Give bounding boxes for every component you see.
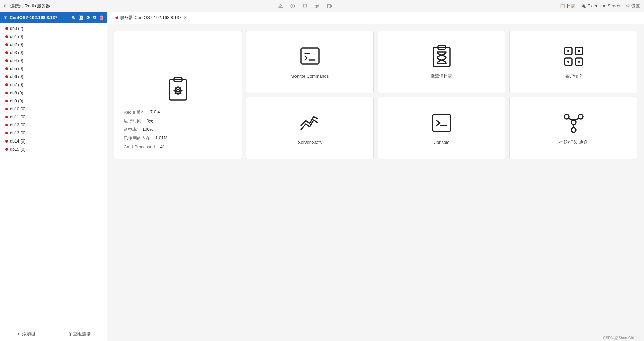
log-button[interactable]: 📋 日志 <box>560 3 575 9</box>
db-dot <box>5 51 8 54</box>
db-item-db9[interactable]: db9 (0) <box>0 97 107 105</box>
add-group-icon: ＋ <box>16 331 21 337</box>
server-config-icon <box>165 76 192 103</box>
db-dot <box>5 27 8 30</box>
title-bar-center <box>278 3 332 9</box>
server-name[interactable]: CentOS7-192.168.8.137 <box>10 15 57 20</box>
svg-point-29 <box>578 61 580 63</box>
db-label: db14 (0) <box>10 139 26 144</box>
info-label: Cmd Processed <box>124 144 155 149</box>
svg-point-26 <box>567 50 569 52</box>
db-item-db1[interactable]: db1 (0) <box>0 33 107 41</box>
warning-icon[interactable] <box>278 3 283 9</box>
db-label: db7 (0) <box>10 82 23 87</box>
reconnect-icon: ⇅ <box>68 332 72 337</box>
svg-line-14 <box>180 93 181 93</box>
info-value: 41 <box>160 144 165 149</box>
console-label: Console <box>434 140 450 145</box>
dashboard: Redis 版本 7.0.4 运行时间 0天 命中率 100% 已使用的内存 1… <box>107 24 644 334</box>
db-item-db11[interactable]: db11 (0) <box>0 113 107 121</box>
server-expand-icon[interactable]: ▼ <box>3 15 8 20</box>
db-item-db0[interactable]: db0 (2) <box>0 24 107 33</box>
db-dot <box>5 100 8 102</box>
add-group-label: 添加组 <box>22 331 35 337</box>
dashboard-grid: Redis 版本 7.0.4 运行时间 0天 命中率 100% 已使用的内存 1… <box>114 31 637 159</box>
client2-icon <box>562 45 585 69</box>
db-item-db6[interactable]: db6 (0) <box>0 73 107 81</box>
db-dot <box>5 43 8 46</box>
reconnect-button[interactable]: ⇅ 重组连接 <box>65 330 93 338</box>
copy-icon[interactable]: ⧉ <box>93 15 96 20</box>
db-item-db13[interactable]: db13 (0) <box>0 129 107 137</box>
sidebar-footer: ＋ 添加组 ⇅ 重组连接 <box>0 327 107 341</box>
server-stats-card[interactable]: Server Stats <box>246 97 374 159</box>
footer-credit: CSDN @Shen-Childe <box>603 336 639 340</box>
info-card-icon-container <box>124 76 232 103</box>
db-dot <box>5 83 8 86</box>
title-bar-right: 📋 日志 🔌 Extension Server ⚙ 设置 <box>560 3 640 9</box>
db-item-db10[interactable]: db10 (0) <box>0 105 107 113</box>
info-row: Redis 版本 7.0.4 <box>124 109 232 115</box>
db-item-db8[interactable]: db8 (0) <box>0 89 107 97</box>
svg-point-4 <box>293 5 293 5</box>
info-icon[interactable] <box>290 3 296 9</box>
tab-bar: ◀ 服务器 CentOS7-192.168.8.137 ✕ <box>107 12 644 24</box>
db-item-db4[interactable]: db4 (0) <box>0 57 107 65</box>
db-item-db15[interactable]: db15 (0) <box>0 145 107 153</box>
info-label: 命中率 <box>124 127 137 133</box>
db-item-db7[interactable]: db7 (0) <box>0 81 107 89</box>
info-table: Redis 版本 7.0.4 运行时间 0天 命中率 100% 已使用的内存 1… <box>124 109 232 152</box>
db-label: db1 (0) <box>10 34 23 39</box>
sidebar: ▼ CentOS7-192.168.8.137 ↻ ⚿ ⚙ ⧉ 🗑 db0 (2… <box>0 12 107 341</box>
title-bar: ⊕ 连接到 Redis 服务器 📋 日志 🔌 Extension Server … <box>0 0 644 12</box>
info-label: Redis 版本 <box>124 109 145 115</box>
db-dot <box>5 67 8 70</box>
log-label: 日志 <box>567 3 575 9</box>
client2-label: 客户端 2 <box>565 73 582 79</box>
twitter-icon[interactable] <box>314 3 320 9</box>
console-card[interactable]: Console <box>378 97 505 159</box>
sidebar-header-title: ▼ CentOS7-192.168.8.137 <box>3 15 57 20</box>
delete-icon[interactable]: 🗑 <box>99 15 104 20</box>
shield-icon[interactable] <box>302 3 308 9</box>
redis-icon: ⊕ <box>4 3 8 8</box>
db-item-db3[interactable]: db3 (0) <box>0 49 107 57</box>
server-stats-label: Server Stats <box>298 140 322 145</box>
db-list: db0 (2) db1 (0) db2 (0) db3 (0) db4 (0) … <box>0 23 107 327</box>
refresh-icon[interactable]: ↻ <box>72 15 76 20</box>
db-item-db2[interactable]: db2 (0) <box>0 41 107 49</box>
svg-point-8 <box>177 89 179 92</box>
server-tab[interactable]: ◀ 服务器 CentOS7-192.168.8.137 ✕ <box>110 13 192 23</box>
svg-line-36 <box>569 119 574 120</box>
db-item-db5[interactable]: db5 (0) <box>0 65 107 73</box>
db-dot <box>5 140 8 143</box>
client2-card[interactable]: 客户端 2 <box>509 31 637 93</box>
db-dot <box>5 116 8 118</box>
svg-rect-30 <box>433 115 451 131</box>
monitor-commands-icon <box>298 45 322 70</box>
key-icon[interactable]: ⚿ <box>78 15 83 20</box>
sidebar-header-icons: ↻ ⚿ ⚙ ⧉ 🗑 <box>72 15 104 20</box>
settings-label: 设置 <box>631 3 640 9</box>
info-row: Cmd Processed 41 <box>124 144 232 149</box>
monitor-commands-card[interactable]: Monitor Commands <box>246 31 374 93</box>
db-dot <box>5 59 8 62</box>
extension-label: Extension Server <box>587 3 621 8</box>
config-icon[interactable]: ⚙ <box>86 15 90 20</box>
app-footer: CSDN @Shen-Childe <box>107 334 644 341</box>
pubsub-card[interactable]: 推送/订阅 通道 <box>509 97 637 159</box>
db-item-db14[interactable]: db14 (0) <box>0 137 107 145</box>
tab-arrow-icon: ◀ <box>115 15 118 20</box>
info-label: 运行时间 <box>124 118 141 124</box>
info-row: 命中率 100% <box>124 127 232 133</box>
svg-point-28 <box>567 61 569 63</box>
slow-log-card[interactable]: 慢查询日志 <box>378 31 505 93</box>
settings-button[interactable]: ⚙ 设置 <box>626 3 640 9</box>
github-icon[interactable] <box>326 3 332 9</box>
db-label: db13 (0) <box>10 131 26 135</box>
extension-server-button[interactable]: 🔌 Extension Server <box>581 3 621 8</box>
add-group-button[interactable]: ＋ 添加组 <box>14 330 38 338</box>
tab-close-icon[interactable]: ✕ <box>184 15 187 20</box>
db-dot <box>5 108 8 110</box>
db-item-db12[interactable]: db12 (0) <box>0 121 107 129</box>
